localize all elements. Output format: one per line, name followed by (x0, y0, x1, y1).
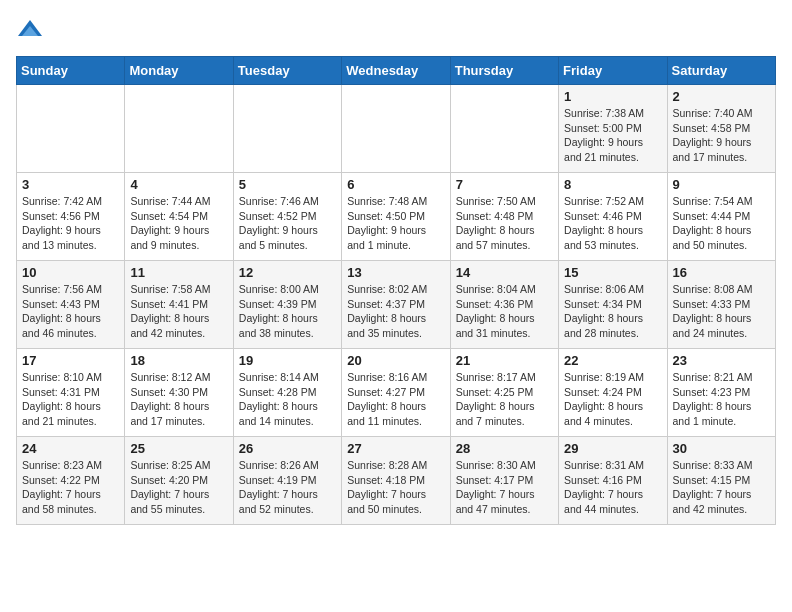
calendar-cell: 21Sunrise: 8:17 AM Sunset: 4:25 PM Dayli… (450, 349, 558, 437)
day-info: Sunrise: 8:21 AM Sunset: 4:23 PM Dayligh… (673, 370, 770, 429)
calendar-cell: 12Sunrise: 8:00 AM Sunset: 4:39 PM Dayli… (233, 261, 341, 349)
day-number: 7 (456, 177, 553, 192)
weekday-header-row: SundayMondayTuesdayWednesdayThursdayFrid… (17, 57, 776, 85)
day-info: Sunrise: 7:56 AM Sunset: 4:43 PM Dayligh… (22, 282, 119, 341)
calendar-cell: 25Sunrise: 8:25 AM Sunset: 4:20 PM Dayli… (125, 437, 233, 525)
day-number: 24 (22, 441, 119, 456)
calendar-week-2: 3Sunrise: 7:42 AM Sunset: 4:56 PM Daylig… (17, 173, 776, 261)
calendar-cell: 24Sunrise: 8:23 AM Sunset: 4:22 PM Dayli… (17, 437, 125, 525)
day-info: Sunrise: 7:46 AM Sunset: 4:52 PM Dayligh… (239, 194, 336, 253)
calendar-header: SundayMondayTuesdayWednesdayThursdayFrid… (17, 57, 776, 85)
day-number: 6 (347, 177, 444, 192)
day-number: 23 (673, 353, 770, 368)
calendar-cell: 8Sunrise: 7:52 AM Sunset: 4:46 PM Daylig… (559, 173, 667, 261)
day-info: Sunrise: 7:44 AM Sunset: 4:54 PM Dayligh… (130, 194, 227, 253)
day-info: Sunrise: 7:54 AM Sunset: 4:44 PM Dayligh… (673, 194, 770, 253)
calendar-cell: 14Sunrise: 8:04 AM Sunset: 4:36 PM Dayli… (450, 261, 558, 349)
calendar-cell: 23Sunrise: 8:21 AM Sunset: 4:23 PM Dayli… (667, 349, 775, 437)
day-info: Sunrise: 8:17 AM Sunset: 4:25 PM Dayligh… (456, 370, 553, 429)
page-header (16, 16, 776, 44)
calendar-cell: 27Sunrise: 8:28 AM Sunset: 4:18 PM Dayli… (342, 437, 450, 525)
day-number: 22 (564, 353, 661, 368)
calendar-week-5: 24Sunrise: 8:23 AM Sunset: 4:22 PM Dayli… (17, 437, 776, 525)
day-info: Sunrise: 8:14 AM Sunset: 4:28 PM Dayligh… (239, 370, 336, 429)
day-number: 27 (347, 441, 444, 456)
weekday-tuesday: Tuesday (233, 57, 341, 85)
calendar-cell: 10Sunrise: 7:56 AM Sunset: 4:43 PM Dayli… (17, 261, 125, 349)
day-info: Sunrise: 8:23 AM Sunset: 4:22 PM Dayligh… (22, 458, 119, 517)
calendar-cell (450, 85, 558, 173)
calendar-cell (125, 85, 233, 173)
day-number: 13 (347, 265, 444, 280)
day-number: 1 (564, 89, 661, 104)
day-info: Sunrise: 8:10 AM Sunset: 4:31 PM Dayligh… (22, 370, 119, 429)
day-info: Sunrise: 8:00 AM Sunset: 4:39 PM Dayligh… (239, 282, 336, 341)
weekday-friday: Friday (559, 57, 667, 85)
day-number: 25 (130, 441, 227, 456)
day-number: 12 (239, 265, 336, 280)
calendar-cell: 9Sunrise: 7:54 AM Sunset: 4:44 PM Daylig… (667, 173, 775, 261)
day-number: 4 (130, 177, 227, 192)
day-number: 10 (22, 265, 119, 280)
calendar-cell: 5Sunrise: 7:46 AM Sunset: 4:52 PM Daylig… (233, 173, 341, 261)
day-number: 18 (130, 353, 227, 368)
day-number: 3 (22, 177, 119, 192)
day-info: Sunrise: 8:31 AM Sunset: 4:16 PM Dayligh… (564, 458, 661, 517)
calendar-cell: 1Sunrise: 7:38 AM Sunset: 5:00 PM Daylig… (559, 85, 667, 173)
weekday-monday: Monday (125, 57, 233, 85)
calendar-week-4: 17Sunrise: 8:10 AM Sunset: 4:31 PM Dayli… (17, 349, 776, 437)
calendar-cell (342, 85, 450, 173)
day-info: Sunrise: 7:38 AM Sunset: 5:00 PM Dayligh… (564, 106, 661, 165)
day-info: Sunrise: 7:48 AM Sunset: 4:50 PM Dayligh… (347, 194, 444, 253)
day-number: 21 (456, 353, 553, 368)
day-info: Sunrise: 8:02 AM Sunset: 4:37 PM Dayligh… (347, 282, 444, 341)
day-info: Sunrise: 7:40 AM Sunset: 4:58 PM Dayligh… (673, 106, 770, 165)
weekday-sunday: Sunday (17, 57, 125, 85)
calendar-cell: 15Sunrise: 8:06 AM Sunset: 4:34 PM Dayli… (559, 261, 667, 349)
day-info: Sunrise: 8:12 AM Sunset: 4:30 PM Dayligh… (130, 370, 227, 429)
weekday-saturday: Saturday (667, 57, 775, 85)
calendar-cell: 17Sunrise: 8:10 AM Sunset: 4:31 PM Dayli… (17, 349, 125, 437)
day-info: Sunrise: 8:08 AM Sunset: 4:33 PM Dayligh… (673, 282, 770, 341)
day-info: Sunrise: 7:50 AM Sunset: 4:48 PM Dayligh… (456, 194, 553, 253)
day-info: Sunrise: 8:16 AM Sunset: 4:27 PM Dayligh… (347, 370, 444, 429)
calendar-body: 1Sunrise: 7:38 AM Sunset: 5:00 PM Daylig… (17, 85, 776, 525)
day-info: Sunrise: 8:30 AM Sunset: 4:17 PM Dayligh… (456, 458, 553, 517)
calendar-cell: 26Sunrise: 8:26 AM Sunset: 4:19 PM Dayli… (233, 437, 341, 525)
day-number: 19 (239, 353, 336, 368)
calendar-cell: 18Sunrise: 8:12 AM Sunset: 4:30 PM Dayli… (125, 349, 233, 437)
calendar-cell: 3Sunrise: 7:42 AM Sunset: 4:56 PM Daylig… (17, 173, 125, 261)
weekday-wednesday: Wednesday (342, 57, 450, 85)
calendar-cell: 20Sunrise: 8:16 AM Sunset: 4:27 PM Dayli… (342, 349, 450, 437)
day-info: Sunrise: 7:52 AM Sunset: 4:46 PM Dayligh… (564, 194, 661, 253)
day-number: 28 (456, 441, 553, 456)
day-info: Sunrise: 7:58 AM Sunset: 4:41 PM Dayligh… (130, 282, 227, 341)
day-number: 29 (564, 441, 661, 456)
day-number: 14 (456, 265, 553, 280)
calendar-cell: 19Sunrise: 8:14 AM Sunset: 4:28 PM Dayli… (233, 349, 341, 437)
day-number: 20 (347, 353, 444, 368)
day-info: Sunrise: 8:33 AM Sunset: 4:15 PM Dayligh… (673, 458, 770, 517)
day-info: Sunrise: 8:28 AM Sunset: 4:18 PM Dayligh… (347, 458, 444, 517)
day-number: 30 (673, 441, 770, 456)
day-info: Sunrise: 8:19 AM Sunset: 4:24 PM Dayligh… (564, 370, 661, 429)
calendar-cell: 7Sunrise: 7:50 AM Sunset: 4:48 PM Daylig… (450, 173, 558, 261)
calendar-cell: 11Sunrise: 7:58 AM Sunset: 4:41 PM Dayli… (125, 261, 233, 349)
day-number: 8 (564, 177, 661, 192)
day-number: 16 (673, 265, 770, 280)
logo-icon (16, 16, 44, 44)
calendar-cell (233, 85, 341, 173)
calendar-week-3: 10Sunrise: 7:56 AM Sunset: 4:43 PM Dayli… (17, 261, 776, 349)
logo (16, 16, 48, 44)
calendar-cell: 2Sunrise: 7:40 AM Sunset: 4:58 PM Daylig… (667, 85, 775, 173)
calendar-table: SundayMondayTuesdayWednesdayThursdayFrid… (16, 56, 776, 525)
day-info: Sunrise: 7:42 AM Sunset: 4:56 PM Dayligh… (22, 194, 119, 253)
day-info: Sunrise: 8:25 AM Sunset: 4:20 PM Dayligh… (130, 458, 227, 517)
day-number: 17 (22, 353, 119, 368)
day-number: 26 (239, 441, 336, 456)
day-number: 15 (564, 265, 661, 280)
day-number: 9 (673, 177, 770, 192)
calendar-cell: 28Sunrise: 8:30 AM Sunset: 4:17 PM Dayli… (450, 437, 558, 525)
day-info: Sunrise: 8:06 AM Sunset: 4:34 PM Dayligh… (564, 282, 661, 341)
calendar-cell: 16Sunrise: 8:08 AM Sunset: 4:33 PM Dayli… (667, 261, 775, 349)
